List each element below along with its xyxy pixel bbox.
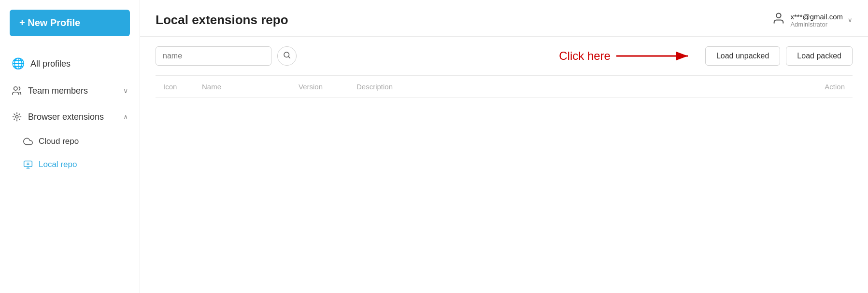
- main-content: Local extensions repo x***@gmail.com Adm…: [140, 0, 868, 293]
- table-container: Icon Name Version Description Action: [140, 75, 868, 293]
- sidebar-item-browser-extensions[interactable]: Browser extensions ∧: [0, 104, 140, 130]
- svg-point-0: [14, 87, 17, 90]
- sidebar-sub-item-local-repo[interactable]: Local repo: [0, 153, 140, 176]
- load-unpacked-button[interactable]: Load unpacked: [705, 46, 780, 66]
- extensions-icon: [12, 112, 22, 122]
- page-title: Local extensions repo: [156, 13, 288, 28]
- col-action: Action: [795, 76, 853, 98]
- sidebar-sub-item-label: Local repo: [39, 160, 77, 169]
- search-input[interactable]: [156, 46, 271, 66]
- click-here-label: Click here: [559, 49, 611, 63]
- load-packed-button[interactable]: Load packed: [786, 46, 853, 66]
- sidebar-sub-item-label: Cloud repo: [39, 137, 79, 146]
- user-role: Administrator: [790, 21, 843, 28]
- sidebar-item-all-profiles[interactable]: 🌐 All profiles: [0, 50, 140, 78]
- svg-point-1: [15, 115, 18, 118]
- table-body: [156, 98, 853, 195]
- user-info[interactable]: x***@gmail.com Administrator ∨: [772, 12, 853, 28]
- arrow-icon: [616, 47, 694, 65]
- chevron-down-icon: ∨: [123, 87, 128, 95]
- search-button[interactable]: [277, 46, 297, 66]
- col-name: Name: [194, 76, 291, 98]
- toolbar: Click here Load unpacked Load packed: [140, 37, 868, 75]
- sidebar-item-team-members[interactable]: Team members ∨: [0, 78, 140, 104]
- new-profile-button[interactable]: + New Profile: [10, 10, 130, 36]
- user-email: x***@gmail.com: [790, 13, 843, 21]
- extensions-table: Icon Name Version Description Action: [156, 75, 853, 195]
- col-description: Description: [349, 76, 795, 98]
- local-repo-icon: [23, 160, 33, 169]
- svg-point-3: [777, 14, 781, 18]
- main-header: Local extensions repo x***@gmail.com Adm…: [140, 0, 868, 37]
- cloud-icon: [23, 137, 33, 146]
- col-version: Version: [291, 76, 349, 98]
- svg-line-5: [288, 56, 290, 58]
- svg-point-4: [284, 52, 289, 57]
- sidebar-item-label: Browser extensions: [28, 112, 104, 122]
- click-here-annotation: Click here: [559, 47, 694, 65]
- user-avatar-icon: [772, 12, 785, 28]
- globe-icon: 🌐: [12, 57, 25, 70]
- sidebar-item-label: All profiles: [30, 59, 71, 69]
- svg-rect-2: [24, 161, 32, 167]
- team-icon: [12, 85, 22, 96]
- sidebar-item-label: Team members: [28, 86, 88, 96]
- search-icon: [283, 51, 291, 62]
- col-icon: Icon: [156, 76, 194, 98]
- chevron-up-icon: ∧: [123, 113, 128, 121]
- sidebar: + New Profile 🌐 All profiles Team member…: [0, 0, 140, 293]
- user-details: x***@gmail.com Administrator: [790, 13, 843, 28]
- user-chevron-icon: ∨: [848, 16, 853, 24]
- sidebar-nav: 🌐 All profiles Team members ∨ Brow: [0, 50, 140, 176]
- table-empty-row: [156, 98, 853, 195]
- sidebar-sub-item-cloud-repo[interactable]: Cloud repo: [0, 130, 140, 153]
- table-header: Icon Name Version Description Action: [156, 76, 853, 98]
